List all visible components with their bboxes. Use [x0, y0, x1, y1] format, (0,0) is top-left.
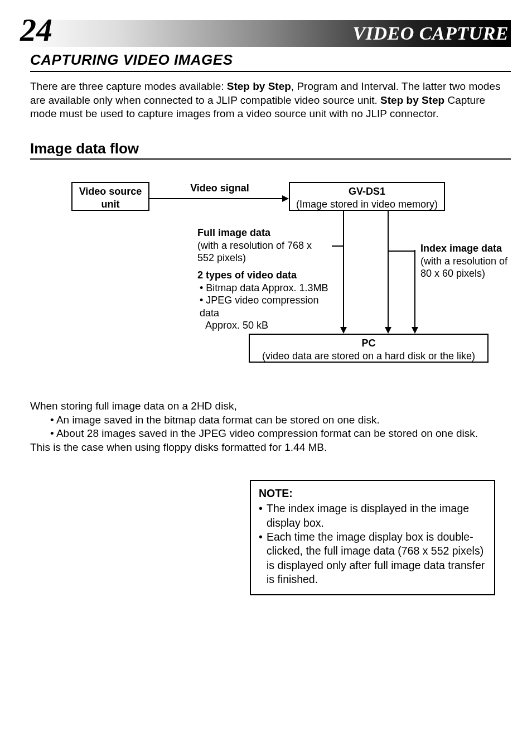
subheader: CAPTURING VIDEO IMAGES: [30, 51, 511, 72]
label-source-1: Video source: [76, 185, 145, 198]
label-types-b1: Bitmap data Approx. 1.3MB: [206, 282, 328, 293]
storage-paragraph: When storing full image data on a 2HD di…: [30, 399, 511, 455]
label-gv-1: GV-DS1: [293, 185, 441, 198]
flow-diagram: Video source unit Video signal GV-DS1 (I…: [30, 182, 511, 366]
intro-bold-2: Step by Step: [380, 94, 444, 106]
label-types-b2c: Approx. 50 kB: [197, 319, 331, 332]
note-box: NOTE: The index image is displayed in th…: [250, 480, 495, 595]
note-item-2: Each time the image display box is doubl…: [259, 530, 486, 586]
intro-paragraph: There are three capture modes available:…: [30, 80, 511, 121]
note-title: NOTE:: [259, 487, 486, 500]
svg-marker-3: [340, 327, 347, 334]
svg-marker-8: [412, 327, 418, 334]
line-gv-down-right: [387, 211, 389, 334]
label-index-s2: 80 x 60 pixels): [420, 267, 521, 280]
label-pc-2: (video data are stored on a hard disk or…: [253, 350, 484, 363]
box-gv-ds1: GV-DS1 (Image stored in video memory): [289, 182, 445, 211]
label-video-signal: Video signal: [186, 182, 253, 195]
page-number: 24: [20, 11, 52, 49]
svg-marker-5: [385, 327, 391, 334]
note-item-1: The index image is displayed in the imag…: [259, 502, 486, 530]
label-index-s1: (with a resolution of: [420, 255, 521, 268]
label-types: 2 types of video data • Bitmap data Appr…: [197, 269, 331, 332]
page-header: 24 VIDEO CAPTURE: [20, 20, 511, 47]
label-pc-1: PC: [253, 337, 484, 350]
label-index: Index image data (with a resolution of 8…: [420, 242, 521, 280]
label-gv-2: (Image stored in video memory): [293, 198, 441, 211]
label-full-image: Full image data (with a resolution of 76…: [197, 227, 331, 264]
line-gv-to-index: [388, 250, 415, 252]
arrow-source-to-gv: [149, 195, 289, 202]
label-types-b2: JPEG video compression data: [200, 295, 318, 319]
line-index-down: [414, 250, 416, 334]
label-types-h: 2 types of video data: [197, 269, 331, 282]
label-source-2: unit: [76, 198, 145, 211]
box-video-source: Video source unit: [71, 182, 149, 211]
storage-b2: About 28 images saved in the JPEG video …: [50, 427, 511, 441]
label-index-h: Index image data: [420, 242, 521, 255]
storage-b2-text: About 28 images saved in the JPEG video …: [56, 427, 478, 439]
storage-b1-text: An image saved in the bitmap data format…: [56, 414, 380, 426]
box-pc: PC (video data are stored on a hard disk…: [249, 334, 489, 363]
header-title: VIDEO CAPTURE: [353, 23, 511, 44]
label-full-sub: (with a resolution of 768 x 552 pixels): [197, 239, 331, 264]
intro-text: There are three capture modes available:: [30, 80, 227, 92]
storage-p2: This is the case when using floppy disks…: [30, 441, 511, 455]
bracket-full: [332, 230, 343, 262]
storage-p1: When storing full image data on a 2HD di…: [30, 399, 511, 413]
label-full-h: Full image data: [197, 227, 331, 239]
line-gv-down-left: [342, 211, 345, 334]
storage-b1: An image saved in the bitmap data format…: [50, 413, 511, 427]
subheader-title: CAPTURING VIDEO IMAGES: [30, 51, 511, 69]
svg-marker-1: [282, 195, 289, 202]
section-title: Image data flow: [30, 140, 511, 160]
intro-bold-1: Step by Step: [227, 80, 291, 92]
